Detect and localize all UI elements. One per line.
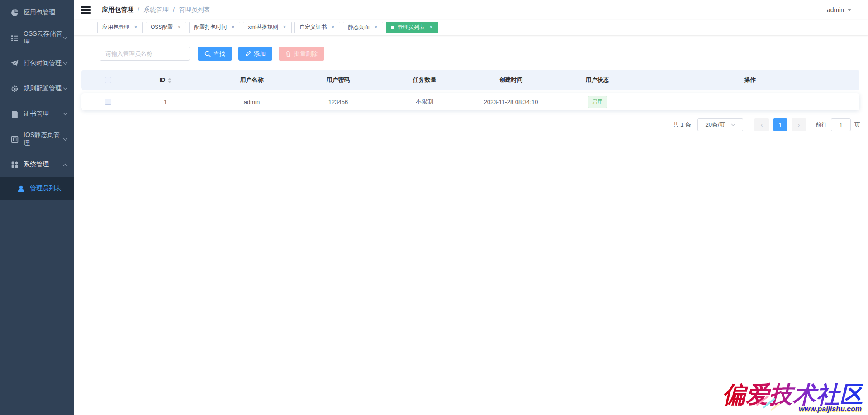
trash-icon [285, 51, 291, 57]
chevron-down-icon [63, 36, 68, 41]
cell-id: 1 [122, 99, 209, 105]
toolbar: 查找 添加 批量删除 [100, 47, 324, 61]
tab-app-package[interactable]: 应用包管理 × [97, 22, 143, 33]
close-icon[interactable]: × [330, 24, 336, 31]
table-header-row: ID 用户名称 用户密码 任务数量 创建时间 用户状态 操作 [81, 70, 859, 90]
col-header-status: 用户状态 [554, 76, 640, 84]
sidebar-item-certificate[interactable]: 证书管理 [0, 101, 74, 127]
tags-view-bar: 应用包管理 × OSS配置 × 配置打包时间 × xml替换规则 × 自定义证书… [74, 20, 868, 35]
tab-xml-rule[interactable]: xml替换规则 × [243, 22, 292, 33]
chevron-down-icon [731, 123, 735, 127]
sidebar-item-label: IOS静态页管理 [24, 131, 63, 147]
tab-label: OSS配置 [151, 24, 173, 31]
add-button-label: 添加 [254, 50, 266, 58]
pagination: 共 1 条 20条/页 ‹ 1 › 前往 页 [673, 118, 860, 131]
tab-admin-list[interactable]: 管理员列表 × [386, 22, 438, 33]
batch-delete-button[interactable]: 批量删除 [279, 47, 324, 61]
select-all-checkbox[interactable] [105, 77, 111, 83]
batch-delete-label: 批量删除 [294, 50, 318, 58]
edit-icon [245, 51, 251, 57]
hamburger-icon[interactable] [81, 6, 91, 14]
close-icon[interactable]: × [230, 24, 236, 31]
breadcrumb-separator: / [173, 6, 175, 14]
dashboard-icon [11, 9, 19, 17]
page-number-button[interactable]: 1 [773, 118, 787, 131]
cell-username: admin [209, 99, 295, 105]
gear-icon [11, 85, 19, 93]
col-header-id[interactable]: ID [122, 76, 209, 83]
page-size-select[interactable]: 20条/页 [697, 118, 743, 131]
add-button[interactable]: 添加 [238, 47, 272, 61]
breadcrumb-item: 系统管理 [143, 6, 169, 14]
cell-created-at: 2023-11-28 08:34:10 [468, 99, 554, 105]
close-icon[interactable]: × [373, 24, 379, 31]
main-content: 查找 添加 批量删除 ID 用户名称 用户密码 任务数量 创建时间 用户 [74, 35, 868, 415]
user-dropdown[interactable]: admin [827, 6, 852, 14]
send-icon [11, 60, 19, 67]
sidebar-item-admin-list[interactable]: 管理员列表 [0, 177, 74, 200]
tab-label: 静态页面 [348, 24, 370, 31]
app-window: 应用包管理 OSS云存储管理 打包时间管理 规则配置管理 [0, 0, 868, 415]
certificate-icon [11, 110, 19, 118]
sidebar-item-app-package[interactable]: 应用包管理 [0, 0, 74, 25]
chevron-down-icon [63, 86, 68, 91]
search-button-label: 查找 [213, 50, 225, 58]
tab-label: 应用包管理 [102, 24, 129, 31]
prev-page-button[interactable]: ‹ [754, 118, 769, 131]
list-icon [11, 34, 19, 42]
tab-custom-cert[interactable]: 自定义证书 × [294, 22, 340, 33]
chevron-down-icon [63, 112, 68, 117]
tab-package-time[interactable]: 配置打包时间 × [189, 22, 240, 33]
tab-oss-config[interactable]: OSS配置 × [146, 22, 186, 33]
row-checkbox[interactable] [105, 99, 111, 105]
breadcrumb-item: 管理员列表 [179, 6, 210, 14]
tab-label: 配置打包时间 [194, 24, 227, 31]
col-header-password: 用户密码 [295, 76, 381, 84]
sidebar-item-package-time[interactable]: 打包时间管理 [0, 51, 74, 76]
status-badge: 启用 [588, 96, 607, 108]
col-header-username: 用户名称 [209, 76, 295, 84]
search-input[interactable] [100, 47, 190, 61]
sidebar-item-label: OSS云存储管理 [24, 30, 63, 46]
pagination-total: 共 1 条 [673, 121, 691, 129]
close-icon[interactable]: × [133, 24, 139, 31]
tab-static-page[interactable]: 静态页面 × [343, 22, 383, 33]
close-icon[interactable]: × [176, 24, 182, 31]
sidebar-item-label: 应用包管理 [24, 9, 55, 17]
sidebar-subitem-label: 管理员列表 [30, 184, 62, 193]
chevron-down-icon [63, 61, 68, 66]
caret-down-icon [847, 9, 852, 11]
page-size-value: 20条/页 [705, 121, 725, 129]
col-header-task-count: 任务数量 [381, 76, 468, 84]
search-icon [204, 51, 211, 57]
close-icon[interactable]: × [428, 24, 434, 31]
chevron-down-icon [63, 137, 68, 142]
col-header-created-at: 创建时间 [468, 76, 554, 84]
frame-icon [11, 136, 19, 143]
goto-page-input[interactable] [831, 118, 851, 131]
close-icon[interactable]: × [281, 24, 288, 31]
cell-password: 123456 [295, 99, 381, 105]
sort-icon[interactable] [168, 78, 171, 83]
active-dot [391, 26, 394, 29]
sidebar-item-rule-config[interactable]: 规则配置管理 [0, 76, 74, 101]
sidebar-item-oss-storage[interactable]: OSS云存储管理 [0, 25, 74, 51]
user-icon [17, 185, 25, 193]
grid-icon [11, 161, 19, 169]
search-button[interactable]: 查找 [198, 47, 232, 61]
tab-label: 自定义证书 [299, 24, 327, 31]
sidebar-item-label: 打包时间管理 [24, 59, 62, 67]
sidebar-item-system[interactable]: 系统管理 [0, 152, 74, 177]
col-header-actions: 操作 [640, 76, 859, 84]
sidebar-item-label: 系统管理 [24, 160, 49, 169]
cell-task-count: 不限制 [381, 98, 468, 106]
table-row: 1 admin 123456 不限制 2023-11-28 08:34:10 启… [81, 93, 859, 110]
breadcrumb: 应用包管理 / 系统管理 / 管理员列表 [102, 6, 210, 14]
topbar: 应用包管理 / 系统管理 / 管理员列表 admin [74, 0, 868, 20]
tab-label: xml替换规则 [248, 24, 278, 31]
breadcrumb-item[interactable]: 应用包管理 [102, 6, 133, 14]
next-page-button[interactable]: › [792, 118, 806, 131]
sidebar-item-ios-static[interactable]: IOS静态页管理 [0, 127, 74, 152]
breadcrumb-separator: / [138, 6, 139, 14]
page-unit-label: 页 [854, 121, 860, 129]
